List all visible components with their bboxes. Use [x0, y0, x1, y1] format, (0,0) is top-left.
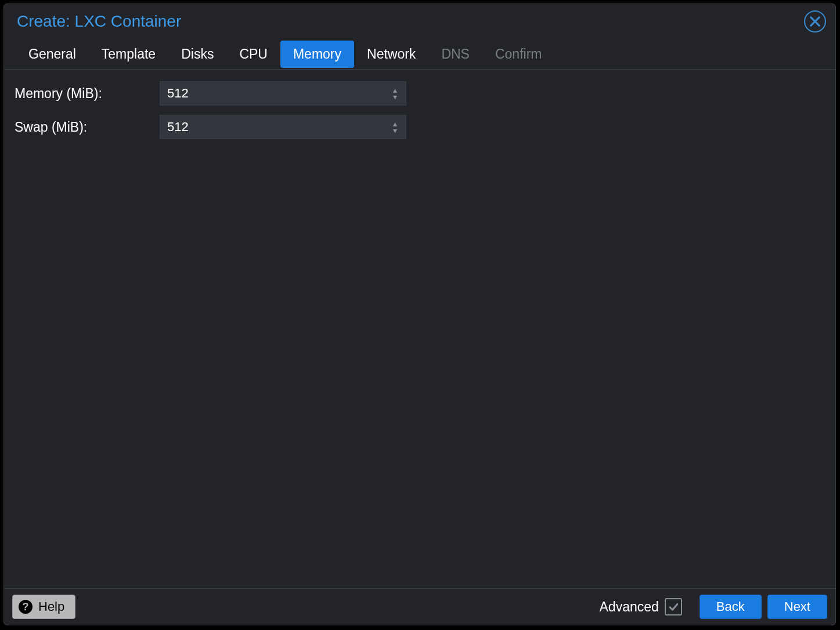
tab-disks[interactable]: Disks: [168, 41, 226, 68]
dialog-body: Memory (MiB): ▴ ▾ Swap (MiB): ▴ ▾: [4, 70, 835, 588]
close-icon: [810, 16, 820, 27]
help-label: Help: [38, 599, 64, 614]
tab-general[interactable]: General: [16, 41, 89, 68]
next-button[interactable]: Next: [767, 595, 827, 619]
tab-confirm: Confirm: [482, 41, 555, 68]
back-button[interactable]: Back: [700, 595, 762, 619]
close-button[interactable]: [804, 10, 826, 32]
memory-row: Memory (MiB): ▴ ▾: [15, 80, 825, 107]
tab-template[interactable]: Template: [89, 41, 168, 68]
tab-dns: DNS: [428, 41, 482, 68]
dialog-footer: ? Help Advanced Back Next: [4, 588, 835, 625]
swap-input[interactable]: [160, 115, 406, 139]
memory-input[interactable]: [160, 81, 406, 106]
advanced-label: Advanced: [600, 599, 659, 615]
tab-network[interactable]: Network: [354, 41, 428, 68]
memory-spinner: ▴ ▾: [160, 81, 406, 106]
memory-stepper: ▴ ▾: [388, 81, 402, 106]
tab-cpu[interactable]: CPU: [226, 41, 280, 68]
wizard-tabbar: General Template Disks CPU Memory Networ…: [4, 39, 835, 70]
help-button[interactable]: ? Help: [12, 595, 75, 619]
dialog-header: Create: LXC Container: [4, 4, 835, 39]
check-icon: [668, 602, 679, 612]
chevron-down-icon[interactable]: ▾: [393, 94, 397, 100]
help-icon: ?: [19, 600, 33, 614]
tab-memory[interactable]: Memory: [280, 41, 354, 68]
memory-label: Memory (MiB):: [15, 86, 160, 102]
advanced-toggle: Advanced: [600, 598, 682, 615]
create-container-dialog: Create: LXC Container General Template D…: [3, 3, 836, 625]
swap-stepper: ▴ ▾: [388, 115, 402, 139]
advanced-checkbox[interactable]: [665, 598, 682, 615]
swap-spinner: ▴ ▾: [160, 115, 406, 139]
swap-row: Swap (MiB): ▴ ▾: [15, 114, 825, 140]
dialog-title: Create: LXC Container: [17, 12, 804, 31]
chevron-down-icon[interactable]: ▾: [393, 128, 397, 133]
swap-label: Swap (MiB):: [15, 120, 160, 135]
